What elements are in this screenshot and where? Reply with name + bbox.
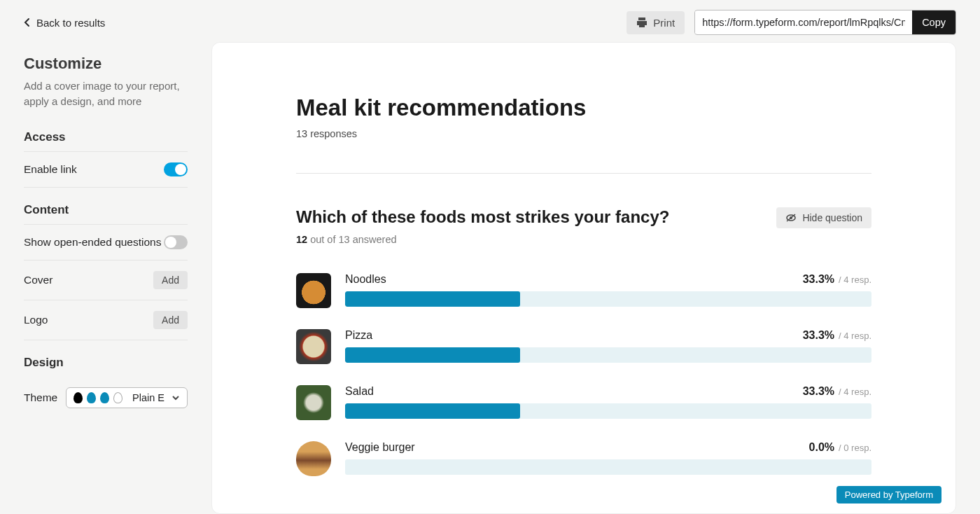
bar-track	[345, 403, 872, 419]
customize-panel: Customize Add a cover image to your repo…	[0, 42, 211, 514]
drop-icon	[87, 392, 96, 403]
option-thumbnail	[296, 273, 331, 308]
access-section-title: Access	[24, 130, 188, 152]
print-icon	[636, 18, 648, 27]
hide-question-label: Hide question	[802, 212, 862, 223]
cover-label: Cover	[24, 274, 52, 286]
option-percent: 33.3%	[803, 385, 834, 398]
bar-fill	[345, 291, 520, 307]
share-url-group: Copy	[694, 10, 956, 35]
option-label: Veggie burger	[345, 441, 415, 454]
option-percent: 0.0%	[809, 441, 834, 454]
topbar: Back to results Print Copy	[0, 0, 980, 42]
option-thumbnail	[296, 441, 331, 476]
logo-label: Logo	[24, 314, 48, 326]
option-resp-count: / 4 resp.	[839, 275, 872, 285]
question-title: Which of these foods most strikes your f…	[296, 207, 762, 227]
theme-select[interactable]: Plain E	[66, 387, 188, 408]
copy-button[interactable]: Copy	[912, 11, 955, 34]
option-resp-count: / 4 resp.	[839, 387, 872, 397]
drop-icon	[74, 392, 83, 403]
customize-heading: Customize	[24, 55, 188, 73]
option-row: Noodles 33.3% / 4 resp.	[296, 273, 872, 308]
open-ended-label: Show open-ended questions	[24, 236, 161, 249]
answered-rest: out of 13 answered	[307, 234, 396, 245]
chevron-left-icon	[24, 18, 31, 27]
enable-link-label: Enable link	[24, 163, 77, 176]
add-cover-button[interactable]: Add	[153, 271, 188, 289]
enable-link-toggle[interactable]	[164, 162, 188, 176]
option-thumbnail	[296, 329, 331, 364]
bar-fill	[345, 403, 520, 419]
report-responses: 13 responses	[296, 128, 872, 139]
option-percent: 33.3%	[803, 329, 834, 342]
bar-track	[345, 291, 872, 307]
add-logo-button[interactable]: Add	[153, 311, 188, 329]
option-row: Veggie burger 0.0% / 0 resp.	[296, 441, 872, 476]
open-ended-toggle[interactable]	[164, 235, 188, 249]
cover-row: Cover Add	[24, 261, 188, 300]
powered-by-badge[interactable]: Powered by Typeform	[836, 486, 941, 503]
theme-row: Theme Plain E	[24, 377, 188, 419]
hide-question-button[interactable]: Hide question	[776, 207, 872, 228]
print-button[interactable]: Print	[626, 11, 685, 34]
option-resp-count: / 0 resp.	[839, 443, 872, 453]
back-to-results-link[interactable]: Back to results	[24, 17, 105, 29]
svg-rect-0	[638, 18, 645, 20]
open-ended-row: Show open-ended questions	[24, 225, 188, 261]
answered-count: 12 out of 13 answered	[296, 234, 872, 245]
share-url-input[interactable]	[695, 11, 912, 34]
print-label: Print	[653, 17, 675, 29]
report-card: Meal kit recommendations 13 responses Wh…	[211, 42, 956, 514]
back-label: Back to results	[36, 17, 105, 29]
chevron-down-icon	[172, 395, 180, 401]
customize-subtext: Add a cover image to your report, apply …	[24, 78, 188, 109]
answered-bold: 12	[296, 234, 307, 245]
option-row: Pizza 33.3% / 4 resp.	[296, 329, 872, 364]
divider	[296, 173, 872, 174]
option-percent: 33.3%	[803, 273, 834, 286]
report-title: Meal kit recommendations	[296, 95, 872, 121]
option-label: Salad	[345, 385, 374, 398]
bar-track	[345, 347, 872, 363]
option-row: Salad 33.3% / 4 resp.	[296, 385, 872, 420]
option-thumbnail	[296, 385, 331, 420]
option-label: Noodles	[345, 273, 386, 286]
design-section-title: Design	[24, 356, 188, 377]
bar-track	[345, 459, 872, 475]
logo-row: Logo Add	[24, 300, 188, 340]
option-label: Pizza	[345, 329, 372, 342]
theme-label: Theme	[24, 391, 57, 404]
content-section-title: Content	[24, 203, 188, 225]
drop-icon	[113, 392, 122, 403]
drop-icon	[100, 392, 109, 403]
bar-fill	[345, 347, 520, 363]
theme-value: Plain E	[132, 392, 164, 403]
svg-rect-2	[639, 24, 645, 27]
option-resp-count: / 4 resp.	[839, 331, 872, 341]
enable-link-row: Enable link	[24, 152, 188, 188]
eye-off-icon	[785, 213, 797, 223]
